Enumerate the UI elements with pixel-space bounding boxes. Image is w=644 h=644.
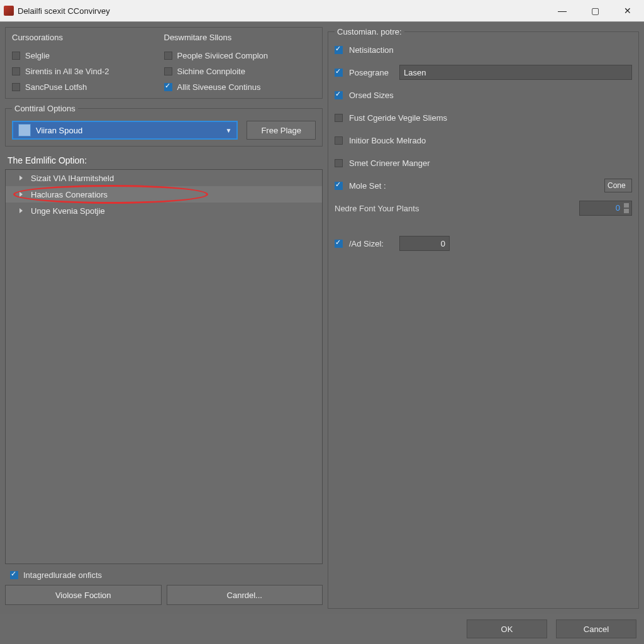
dropdown-value: Viiran Spoud — [36, 126, 82, 135]
ad-size-input[interactable] — [399, 236, 450, 251]
chk-posegrane[interactable] — [335, 69, 343, 77]
lbl-netisitaction[interactable]: Netisitaction — [349, 45, 394, 55]
window-title: Delailfi scexit CConvirvey — [18, 6, 546, 16]
chk-sirentis[interactable] — [12, 67, 20, 75]
lbl-ad-size[interactable]: /Ad Sizel: — [349, 239, 393, 248]
customian-title: Customian. potre: — [335, 27, 404, 36]
close-button[interactable]: ✕ — [611, 0, 644, 21]
tree-item-label: Sizait VIA IHarmitsheld — [31, 174, 114, 183]
chk-ad-size[interactable] — [335, 240, 343, 248]
chk-initior[interactable] — [335, 136, 343, 145]
lbl-allit[interactable]: Allit Siveeuse Continus — [177, 82, 261, 92]
canrdel-button[interactable]: Canrdel... — [167, 585, 323, 605]
chk-mole-set[interactable] — [335, 182, 343, 190]
tree-item-unge[interactable]: Unge Kvenia Spotjie — [6, 203, 322, 219]
chk-fust[interactable] — [335, 114, 343, 122]
control-options-group: Conttiral Options Viiran Spoud ▼ Free Pl… — [5, 104, 323, 147]
dropdown-swatch-icon — [18, 124, 31, 136]
lbl-fust[interactable]: Fust Cgeride Vegile Sliems — [349, 113, 447, 123]
chk-sichine[interactable] — [164, 67, 172, 75]
app-icon — [4, 6, 14, 16]
violose-foction-button[interactable]: Violose Foction — [5, 585, 162, 605]
ok-button[interactable]: OK — [467, 619, 547, 638]
posegrane-input[interactable] — [399, 65, 632, 80]
chk-allit[interactable] — [164, 83, 172, 91]
chk-netisitaction[interactable] — [335, 46, 343, 54]
lbl-integrate[interactable]: Intagredlurade onficts — [23, 570, 102, 580]
free-plage-button[interactable]: Free Plage — [247, 121, 316, 140]
lbl-mole-set[interactable]: Mole Set : — [349, 181, 393, 191]
tree-item-sizait[interactable]: Sizait VIA IHarmitsheld — [6, 170, 322, 186]
lbl-people[interactable]: People Siviiced Complon — [177, 51, 269, 60]
lbl-orsed[interactable]: Orsed Sizes — [349, 91, 394, 100]
viiran-spoud-dropdown[interactable]: Viiran Spoud ▼ — [12, 121, 238, 140]
col-b-title: Deswmitare Sllons — [164, 33, 316, 42]
cancel-button[interactable]: Cancel — [556, 619, 636, 638]
triangle-right-icon — [19, 175, 23, 180]
triangle-right-icon — [19, 192, 23, 197]
lbl-sirentis[interactable]: Sirentis in All 3e Vind-2 — [25, 67, 109, 76]
lbl-initior[interactable]: Initior Bouck Melrado — [349, 136, 426, 145]
mole-set-combo[interactable]: Cone — [604, 179, 632, 192]
lbl-sancpuse[interactable]: SancPuse Lotfsh — [25, 82, 87, 92]
chk-people[interactable] — [164, 52, 172, 60]
option-tree[interactable]: Sizait VIA IHarmitsheld Hacluras Conerat… — [5, 169, 323, 564]
chevron-down-icon: ▼ — [226, 127, 232, 134]
lbl-nedre: Nedre Font Your Plants — [335, 204, 419, 213]
nedre-spinner[interactable]: 0 — [579, 201, 632, 216]
lbl-smet[interactable]: Smet Crinerer Manger — [349, 158, 430, 168]
chk-integrate[interactable] — [10, 571, 18, 579]
col-a-title: Cursoorations — [12, 33, 164, 42]
lbl-selglie[interactable]: Selglie — [25, 51, 50, 60]
dialog-footer: OK Cancel — [0, 614, 644, 644]
maximize-button[interactable]: ▢ — [579, 0, 611, 21]
tree-item-hacluras[interactable]: Hacluras Coneratiors — [6, 186, 322, 203]
customian-group: Customian. potre: Netisitaction Posegran… — [328, 27, 639, 609]
lbl-posegrane[interactable]: Posegrane — [349, 68, 393, 77]
triangle-right-icon — [19, 208, 23, 213]
chk-sancpuse[interactable] — [12, 83, 20, 91]
chk-selglie[interactable] — [12, 52, 20, 60]
cursor-orations-group: Cursoorations Selglie Sirentis in All 3e… — [5, 27, 323, 99]
lbl-sichine[interactable]: Sichine Connploite — [177, 67, 245, 76]
control-options-title: Conttiral Options — [12, 104, 78, 113]
tree-item-label: Unge Kvenia Spotjie — [31, 206, 105, 216]
titlebar: Delailfi scexit CConvirvey — ▢ ✕ — [0, 0, 644, 22]
edmlific-option-title: The Edmlific Option: — [8, 155, 323, 165]
tree-item-label: Hacluras Coneratiors — [31, 190, 108, 199]
minimize-button[interactable]: — — [546, 0, 579, 21]
chk-smet[interactable] — [335, 159, 343, 167]
chk-orsed[interactable] — [335, 91, 343, 99]
